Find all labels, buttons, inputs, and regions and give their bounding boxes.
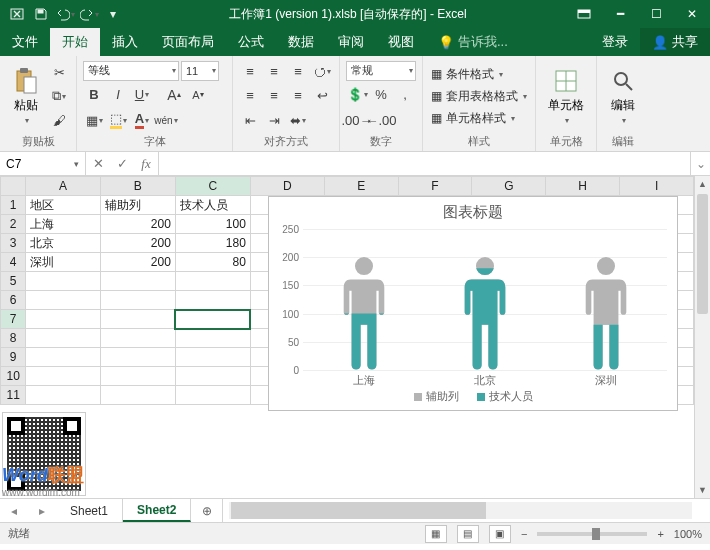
vertical-scrollbar[interactable]: ▲ ▼ [694, 176, 710, 498]
align-left-button[interactable]: ≡ [239, 85, 261, 107]
cell-A11[interactable] [26, 386, 101, 405]
cancel-icon[interactable]: ✕ [86, 156, 110, 171]
shrink-font-button[interactable]: A▾ [187, 84, 209, 106]
excel-icon[interactable] [6, 3, 28, 25]
indent-inc-button[interactable]: ⇥ [263, 110, 285, 132]
col-header-C[interactable]: C [175, 177, 250, 196]
grow-font-button[interactable]: A▴ [163, 84, 185, 106]
col-header-H[interactable]: H [546, 177, 620, 196]
number-format-combo[interactable]: 常规▾ [346, 61, 416, 81]
cell-A5[interactable] [26, 272, 101, 291]
chart-person-1[interactable] [462, 257, 508, 370]
cell-A3[interactable]: 北京 [26, 234, 101, 253]
sheet-nav-prev[interactable]: ◂ [0, 499, 28, 522]
zoom-out-button[interactable]: − [521, 528, 527, 540]
cell-B3[interactable]: 200 [100, 234, 175, 253]
row-header-10[interactable]: 10 [1, 367, 26, 386]
paste-button[interactable]: 粘贴 ▾ [6, 60, 46, 132]
cell-B7[interactable] [100, 310, 175, 329]
undo-icon[interactable]: ▾ [54, 3, 76, 25]
row-header-8[interactable]: 8 [1, 329, 26, 348]
zoom-slider[interactable] [537, 532, 647, 536]
col-header-F[interactable]: F [398, 177, 472, 196]
tab-data[interactable]: 数据 [276, 28, 326, 56]
align-center-button[interactable]: ≡ [263, 85, 285, 107]
sheet-nav-next[interactable]: ▸ [28, 499, 56, 522]
bold-button[interactable]: B [83, 84, 105, 106]
login-button[interactable]: 登录 [590, 28, 640, 56]
chart-person-2[interactable] [583, 257, 629, 370]
embedded-chart[interactable]: 图表标题 050100150200250上海北京深圳 辅助列 技术人员 [268, 196, 678, 411]
cell-B8[interactable] [100, 329, 175, 348]
scroll-down-icon[interactable]: ▼ [695, 482, 710, 498]
tab-view[interactable]: 视图 [376, 28, 426, 56]
chart-title[interactable]: 图表标题 [269, 197, 677, 224]
align-bottom-button[interactable]: ≡ [287, 60, 309, 82]
align-middle-button[interactable]: ≡ [263, 60, 285, 82]
fx-icon[interactable]: fx [134, 156, 158, 172]
cell-C8[interactable] [175, 329, 250, 348]
col-header-I[interactable]: I [620, 177, 694, 196]
cell-B11[interactable] [100, 386, 175, 405]
cut-button[interactable]: ✂ [48, 61, 70, 83]
view-break-button[interactable]: ▣ [489, 525, 511, 543]
cell-A1[interactable]: 地区 [26, 196, 101, 215]
cell-style-button[interactable]: ▦单元格样式▾ [429, 109, 529, 128]
wrap-text-button[interactable]: ↩ [311, 85, 333, 107]
save-icon[interactable] [30, 3, 52, 25]
cell-B6[interactable] [100, 291, 175, 310]
col-header-E[interactable]: E [324, 177, 398, 196]
tab-home[interactable]: 开始 [50, 28, 100, 56]
cell-C10[interactable] [175, 367, 250, 386]
merge-button[interactable]: ⬌▾ [287, 110, 309, 132]
format-painter-button[interactable]: 🖌 [48, 109, 70, 131]
row-header-2[interactable]: 2 [1, 215, 26, 234]
row-header-3[interactable]: 3 [1, 234, 26, 253]
orientation-button[interactable]: ⭯▾ [311, 60, 333, 82]
accounting-button[interactable]: 💲▾ [346, 84, 368, 106]
maximize-button[interactable]: ☐ [638, 0, 674, 28]
sheet-tab-1[interactable]: Sheet2 [123, 499, 191, 522]
cell-A6[interactable] [26, 291, 101, 310]
cell-C9[interactable] [175, 348, 250, 367]
cell-A7[interactable] [26, 310, 101, 329]
cells-button[interactable]: 单元格▾ [542, 60, 590, 132]
italic-button[interactable]: I [107, 84, 129, 106]
tell-me[interactable]: 💡告诉我... [426, 28, 520, 56]
row-header-11[interactable]: 11 [1, 386, 26, 405]
percent-button[interactable]: % [370, 84, 392, 106]
find-button[interactable]: 编辑▾ [603, 60, 643, 132]
scroll-up-icon[interactable]: ▲ [695, 176, 710, 192]
chart-legend[interactable]: 辅助列 技术人员 [269, 389, 677, 404]
tab-file[interactable]: 文件 [0, 28, 50, 56]
table-format-button[interactable]: ▦套用表格格式▾ [429, 87, 529, 106]
col-header-B[interactable]: B [100, 177, 175, 196]
tab-insert[interactable]: 插入 [100, 28, 150, 56]
chart-person-0[interactable] [341, 257, 387, 370]
view-normal-button[interactable]: ▦ [425, 525, 447, 543]
cell-A8[interactable] [26, 329, 101, 348]
tab-layout[interactable]: 页面布局 [150, 28, 226, 56]
comma-button[interactable]: , [394, 84, 416, 106]
cell-B9[interactable] [100, 348, 175, 367]
horizontal-scrollbar[interactable] [229, 502, 692, 519]
minimize-button[interactable]: ━ [602, 0, 638, 28]
fill-color-button[interactable]: ⬚▾ [107, 109, 129, 131]
cell-C1[interactable]: 技术人员 [175, 196, 250, 215]
row-header-9[interactable]: 9 [1, 348, 26, 367]
col-header-D[interactable]: D [250, 177, 324, 196]
cell-C5[interactable] [175, 272, 250, 291]
indent-dec-button[interactable]: ⇤ [239, 110, 261, 132]
cell-A4[interactable]: 深圳 [26, 253, 101, 272]
row-header-1[interactable]: 1 [1, 196, 26, 215]
underline-button[interactable]: U▾ [131, 84, 153, 106]
share-button[interactable]: 👤共享 [640, 28, 710, 56]
cell-C7[interactable] [175, 310, 250, 329]
cell-C11[interactable] [175, 386, 250, 405]
view-page-button[interactable]: ▤ [457, 525, 479, 543]
copy-button[interactable]: ⧉▾ [48, 85, 70, 107]
close-button[interactable]: ✕ [674, 0, 710, 28]
cell-B1[interactable]: 辅助列 [100, 196, 175, 215]
cell-C6[interactable] [175, 291, 250, 310]
cell-C2[interactable]: 100 [175, 215, 250, 234]
